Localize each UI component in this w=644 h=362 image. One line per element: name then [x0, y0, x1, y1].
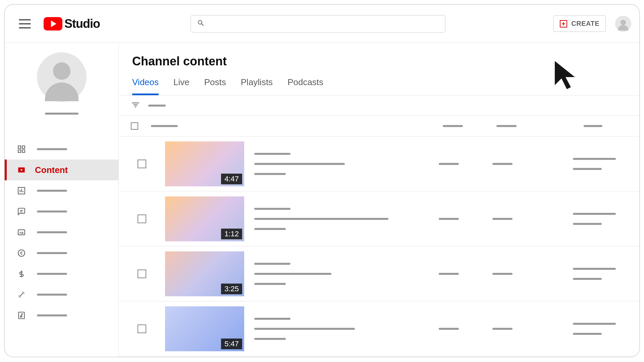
table-header — [119, 116, 639, 136]
create-plus-icon — [560, 20, 567, 27]
video-row[interactable]: 5:47 — [119, 301, 639, 356]
search-icon — [197, 19, 205, 28]
sidebar: Content — [5, 43, 119, 357]
svg-rect-0 — [18, 146, 21, 148]
sidebar-item-label — [37, 314, 67, 316]
filter-bar — [119, 96, 639, 116]
sidebar-item-dashboard[interactable] — [5, 139, 118, 160]
video-thumbnail[interactable]: 1:12 — [165, 196, 244, 241]
video-duration: 4:47 — [221, 174, 242, 184]
svg-rect-3 — [22, 150, 25, 153]
video-title-placeholder — [254, 153, 290, 155]
filter-placeholder[interactable] — [148, 105, 166, 107]
video-desc-placeholder — [254, 218, 388, 220]
column-video — [151, 125, 178, 127]
main-content: Channel content Videos Live Posts Playli… — [119, 43, 639, 357]
row-checkbox[interactable] — [138, 324, 146, 333]
sidebar-item-copyright[interactable] — [5, 243, 118, 263]
filter-icon[interactable] — [131, 100, 140, 111]
tab-podcasts[interactable]: Podcasts — [287, 77, 323, 95]
video-desc-placeholder — [254, 273, 331, 275]
cell-restrictions — [492, 328, 513, 330]
cell-restrictions — [492, 218, 513, 220]
create-button-label: CREATE — [571, 20, 599, 27]
create-button[interactable]: CREATE — [553, 15, 606, 32]
video-title-placeholder — [254, 318, 290, 320]
sidebar-item-label — [37, 273, 67, 275]
sidebar-item-label — [37, 190, 67, 192]
app-window: Studio CREATE — [4, 4, 640, 357]
svg-point-17 — [18, 250, 25, 256]
video-row[interactable]: 4:47 — [119, 136, 639, 191]
video-desc-placeholder — [254, 163, 345, 165]
studio-logo[interactable]: Studio — [44, 17, 100, 31]
sidebar-item-content[interactable]: Content — [5, 160, 118, 180]
sidebar-item-analytics[interactable] — [5, 180, 118, 201]
audio-icon — [17, 311, 26, 320]
video-desc-placeholder — [254, 328, 355, 330]
youtube-play-icon — [44, 17, 62, 31]
video-list: 4:47 1:12 3:25 — [119, 136, 639, 357]
content-icon — [17, 165, 26, 175]
sidebar-nav: Content — [5, 139, 118, 326]
cell-date — [573, 158, 616, 170]
menu-icon[interactable] — [19, 19, 31, 28]
channel-avatar[interactable] — [37, 52, 87, 102]
content-tabs: Videos Live Posts Playlists Podcasts — [119, 68, 639, 96]
cell-restrictions — [492, 273, 513, 275]
video-meta — [254, 263, 331, 285]
sidebar-item-comments[interactable] — [5, 201, 118, 222]
cell-restrictions — [492, 163, 513, 165]
video-meta — [254, 153, 345, 175]
page-title: Channel content — [119, 43, 639, 68]
column-3 — [496, 125, 517, 127]
copyright-icon — [17, 248, 26, 258]
wand-icon — [17, 290, 26, 299]
row-checkbox[interactable] — [138, 269, 146, 278]
video-thumbnail[interactable]: 4:47 — [165, 141, 244, 186]
tab-playlists[interactable]: Playlists — [241, 77, 273, 95]
tab-videos[interactable]: Videos — [132, 77, 159, 95]
video-thumbnail[interactable]: 5:47 — [165, 306, 244, 351]
search-box[interactable] — [191, 15, 445, 33]
video-row[interactable]: 3:25 — [119, 246, 639, 301]
row-checkbox[interactable] — [138, 160, 146, 168]
video-thumbnail[interactable]: 3:25 — [165, 251, 244, 296]
tab-live[interactable]: Live — [173, 77, 190, 95]
tab-posts[interactable]: Posts — [204, 77, 226, 95]
comments-icon — [17, 207, 26, 216]
channel-name-placeholder — [45, 113, 78, 115]
video-duration: 1:12 — [221, 229, 242, 239]
sidebar-item-label: Content — [35, 165, 68, 175]
cell-visibility — [439, 218, 459, 220]
video-info-placeholder — [254, 283, 286, 285]
sidebar-item-customize[interactable] — [5, 284, 118, 305]
sidebar-item-label — [37, 210, 67, 213]
video-row[interactable]: 1:12 — [119, 191, 639, 246]
sidebar-item-label — [37, 148, 67, 150]
logo-text: Studio — [64, 17, 100, 31]
sidebar-item-subtitles[interactable] — [5, 222, 118, 243]
video-meta — [254, 318, 355, 340]
sidebar-item-label — [37, 252, 67, 254]
video-meta — [254, 208, 388, 230]
video-info-placeholder — [254, 338, 286, 340]
svg-rect-1 — [22, 146, 25, 148]
video-duration: 5:47 — [221, 339, 242, 349]
video-title-placeholder — [254, 208, 290, 210]
row-checkbox[interactable] — [138, 215, 146, 223]
analytics-icon — [17, 186, 26, 195]
search-input[interactable] — [209, 20, 439, 27]
cell-visibility — [439, 273, 459, 275]
user-avatar[interactable] — [615, 16, 631, 32]
column-2 — [443, 125, 463, 127]
sidebar-item-earn[interactable] — [5, 263, 118, 284]
sidebar-item-label — [37, 294, 67, 296]
svg-rect-12 — [18, 230, 25, 235]
sidebar-item-label — [37, 231, 67, 233]
column-4 — [584, 125, 602, 127]
sidebar-item-audio[interactable] — [5, 305, 118, 326]
svg-point-20 — [20, 316, 22, 317]
cell-date — [573, 268, 616, 280]
select-all-checkbox[interactable] — [131, 122, 138, 130]
